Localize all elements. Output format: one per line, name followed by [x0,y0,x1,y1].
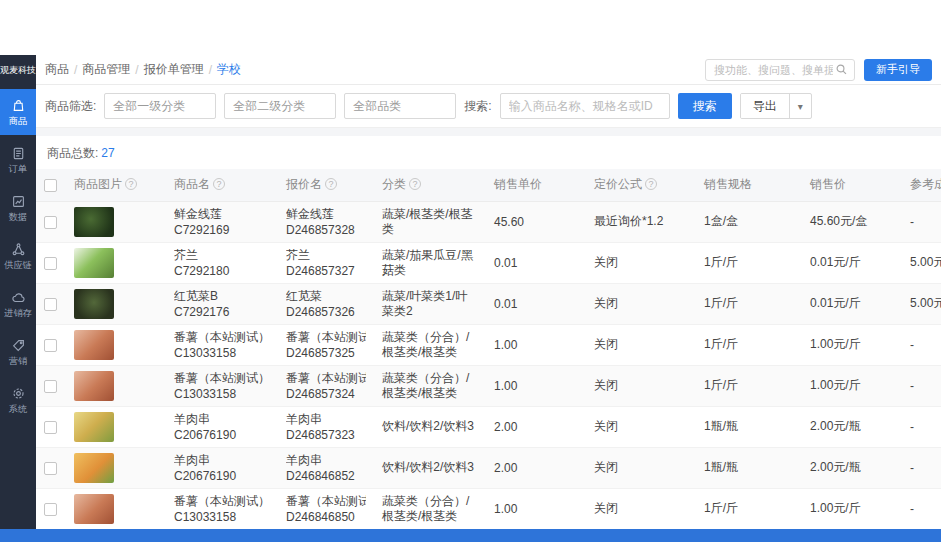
sidebar-item-label: 数据 [9,212,27,221]
product-code: C7292176 [174,304,270,320]
table-row: 番薯（本站测试） C13033158 番薯（本站测试） D246857325 蔬… [36,324,941,365]
product-category: 饮料/饮料2/饮料3 [374,447,486,488]
product-image [74,371,114,401]
quote-code: D246857328 [286,222,366,238]
filter-category-level2-select[interactable]: 全部二级分类 [224,93,336,119]
footer-bar [0,529,941,542]
row-checkbox[interactable] [44,421,57,434]
quote-name: 番薯（本站测试） [286,493,366,509]
filter-category-level1-select[interactable]: 全部一级分类 [104,93,216,119]
breadcrumb-item[interactable]: 报价单管理 [144,61,204,78]
quote-name: 番薯（本站测试） [286,370,366,386]
quote-code: D246857326 [286,304,366,320]
col-header-category: 分类 [374,169,486,201]
product-image [74,494,114,524]
table-row: 红苋菜B C7292176 红苋菜 D246857326 蔬菜/叶菜类1/叶菜类… [36,283,941,324]
data-icon [11,194,26,209]
sidebar-item-marketing[interactable]: 营销 [0,329,36,375]
col-header-unit-price: 销售单价 [486,169,586,201]
supply-chain-icon [11,242,26,257]
breadcrumb-separator: / [74,63,77,77]
help-icon[interactable] [125,178,137,190]
topbar: 商品 / 商品管理 / 报价单管理 / 学校 新手引导 [36,55,941,85]
sidebar-item-supply-chain[interactable]: 供应链 [0,233,36,279]
breadcrumb-separator: / [135,63,138,77]
search-icon[interactable] [835,63,848,76]
select-all-checkbox[interactable] [44,179,57,192]
help-icon[interactable] [325,178,337,190]
breadcrumb-item[interactable]: 商品管理 [82,61,130,78]
product-category: 饮料/饮料2/饮料3 [374,406,486,447]
unit-price: 2.00 [486,406,586,447]
ref-cost: - [902,324,941,365]
row-checkbox[interactable] [44,257,57,270]
breadcrumb-item[interactable]: 商品 [45,61,69,78]
sidebar-item-inventory[interactable]: 进销存 [0,281,36,327]
sidebar-item-label: 订单 [9,164,27,173]
sidebar-item-label: 营销 [9,356,27,365]
marketing-icon [11,338,26,353]
quote-code: D246857325 [286,345,366,361]
row-checkbox[interactable] [44,462,57,475]
row-checkbox[interactable] [44,339,57,352]
row-checkbox[interactable] [44,298,57,311]
product-code: C13033158 [174,345,270,361]
help-icon[interactable] [409,178,421,190]
product-name: 番薯（本站测试） [174,329,270,345]
export-button[interactable]: 导出 [741,94,789,118]
sidebar-item-orders[interactable]: 订单 [0,137,36,183]
app-window: 观麦科技 商品 订单 数据 供应链 [0,0,941,542]
sale-spec: 1瓶/瓶 [696,447,802,488]
product-image [74,248,114,278]
sidebar-item-system[interactable]: 系统 [0,377,36,423]
product-code: C20676190 [174,468,270,484]
row-checkbox[interactable] [44,380,57,393]
table-row: 番薯（本站测试） C13033158 番薯（本站测试） D246846850 蔬… [36,488,941,529]
product-name: 番薯（本站测试） [174,370,270,386]
product-category: 蔬菜/茄果瓜豆/黑菇类 [374,242,486,283]
pricing-formula: 关闭 [586,242,696,283]
system-icon [11,386,26,401]
search-label: 搜索: [464,98,491,115]
sidebar-item-label: 商品 [9,116,27,125]
sale-price: 2.00元/瓶 [802,447,902,488]
orders-icon [11,146,26,161]
sidebar: 观麦科技 商品 订单 数据 供应链 [0,55,36,529]
ref-cost: - [902,447,941,488]
table-row: 芥兰 C7292180 芥兰 D246857327 蔬菜/茄果瓜豆/黑菇类 0.… [36,242,941,283]
breadcrumb: 商品 / 商品管理 / 报价单管理 / 学校 [45,61,241,78]
unit-price: 0.01 [486,242,586,283]
pricing-formula: 关闭 [586,283,696,324]
sidebar-item-data[interactable]: 数据 [0,185,36,231]
export-caret-icon[interactable] [789,94,811,118]
filter-category-all-select[interactable]: 全部品类 [344,93,456,119]
table-row: 番薯（本站测试） C13033158 番薯（本站测试） D246857324 蔬… [36,365,941,406]
pricing-formula: 关闭 [586,365,696,406]
help-icon[interactable] [645,178,657,190]
product-search-input[interactable] [500,93,670,119]
quote-code: D246857327 [286,263,366,279]
row-checkbox[interactable] [44,503,57,516]
sale-spec: 1瓶/瓶 [696,406,802,447]
inventory-icon [11,290,26,305]
search-button[interactable]: 搜索 [678,93,732,119]
row-checkbox[interactable] [44,216,57,229]
product-name: 红苋菜B [174,288,270,304]
quote-name: 红苋菜 [286,288,366,304]
export-button-group: 导出 [740,93,812,119]
unit-price: 0.01 [486,283,586,324]
sale-price: 0.01元/斤 [802,242,902,283]
global-search-input[interactable] [712,63,835,77]
product-category: 蔬菜类（分合）/根茎类/根茎类 [374,488,486,529]
sidebar-item-goods[interactable]: 商品 [0,89,36,135]
col-header-price: 销售价 [802,169,902,201]
product-code: C20676190 [174,427,270,443]
help-icon[interactable] [213,178,225,190]
product-code: C7292169 [174,222,270,238]
sidebar-item-label: 系统 [9,404,27,413]
quote-name: 羊肉串 [286,452,366,468]
col-header-pricing-formula: 定价公式 [586,169,696,201]
main-content: 商品 / 商品管理 / 报价单管理 / 学校 新手引导 商品筛选: [36,55,941,529]
sale-price: 0.01元/斤 [802,283,902,324]
guide-button[interactable]: 新手引导 [864,59,932,81]
